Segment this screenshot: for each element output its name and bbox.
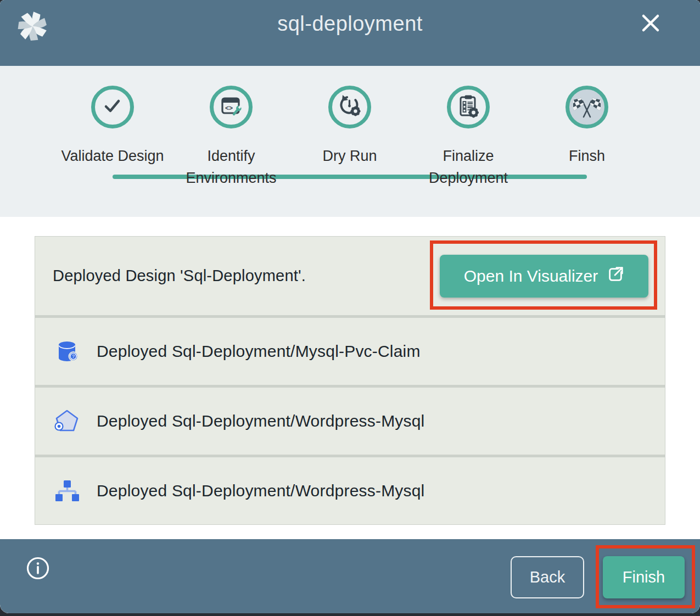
open-in-visualizer-button[interactable]: Open In Visualizer (440, 255, 648, 298)
back-button[interactable]: Back (511, 556, 584, 598)
pentagon-resource-icon (54, 408, 80, 434)
svg-text:?: ? (72, 354, 75, 359)
modal-footer: Back Finish (0, 539, 700, 613)
result-row-deployment: Deployed Sql-Deployment/Wordpress-Mysql (35, 457, 665, 524)
step-circle (565, 86, 608, 128)
deployed-design-row: Deployed Design 'Sql-Deployment'. Open I… (35, 237, 665, 315)
result-row-service: Deployed Sql-Deployment/Wordpress-Mysql (35, 388, 665, 455)
open-in-visualizer-label: Open In Visualizer (464, 267, 598, 285)
sync-clock-gear-icon (337, 93, 362, 121)
code-window-wrench-icon: <> (219, 93, 244, 121)
checkered-flags-icon (573, 93, 601, 121)
modal-title: sql-deployment (0, 12, 700, 36)
step-dry-run: Dry Run (290, 86, 409, 189)
step-label: Validate Design (61, 145, 164, 167)
deployment-wizard-modal: sql-deployment Validate Design (0, 0, 700, 613)
step-circle (328, 86, 371, 128)
svg-text:<>: <> (225, 104, 233, 112)
result-text: Deployed Sql-Deployment/Wordpress-Mysql (97, 481, 424, 500)
step-circle (91, 86, 134, 128)
result-text: Deployed Sql-Deployment/Wordpress-Mysql (97, 412, 424, 430)
step-label: Finalize Deployment (411, 145, 526, 189)
step-finalize-deployment: Finalize Deployment (409, 86, 528, 189)
info-circle-icon[interactable] (26, 556, 50, 580)
step-label: Identify Environments (173, 145, 289, 189)
step-label: Finsh (569, 145, 605, 167)
checkmark-icon (100, 93, 125, 121)
step-validate-design: Validate Design (53, 86, 172, 189)
step-circle: <> (210, 86, 253, 128)
progress-stepper: Validate Design <> (0, 66, 700, 217)
step-finish: Finsh (528, 86, 646, 189)
step-circle (447, 86, 490, 128)
external-link-icon (607, 266, 624, 287)
finish-button[interactable]: Finish (603, 556, 685, 598)
result-text: Deployed Sql-Deployment/Mysql-Pvc-Claim (97, 342, 421, 361)
pvc-database-icon: ? (54, 338, 80, 365)
step-label: Dry Run (322, 145, 377, 167)
result-row-pvc: ? Deployed Sql-Deployment/Mysql-Pvc-Clai… (35, 318, 665, 385)
step-identify-environments: <> Identify Environments (172, 86, 290, 189)
tree-hierarchy-icon (54, 478, 80, 504)
deployed-design-message: Deployed Design 'Sql-Deployment'. (53, 267, 306, 285)
clipboard-checklist-gear-icon (456, 93, 481, 121)
close-icon[interactable] (640, 12, 662, 34)
modal-header: sql-deployment (0, 0, 700, 66)
deployment-results-panel: Deployed Design 'Sql-Deployment'. Open I… (0, 217, 700, 539)
